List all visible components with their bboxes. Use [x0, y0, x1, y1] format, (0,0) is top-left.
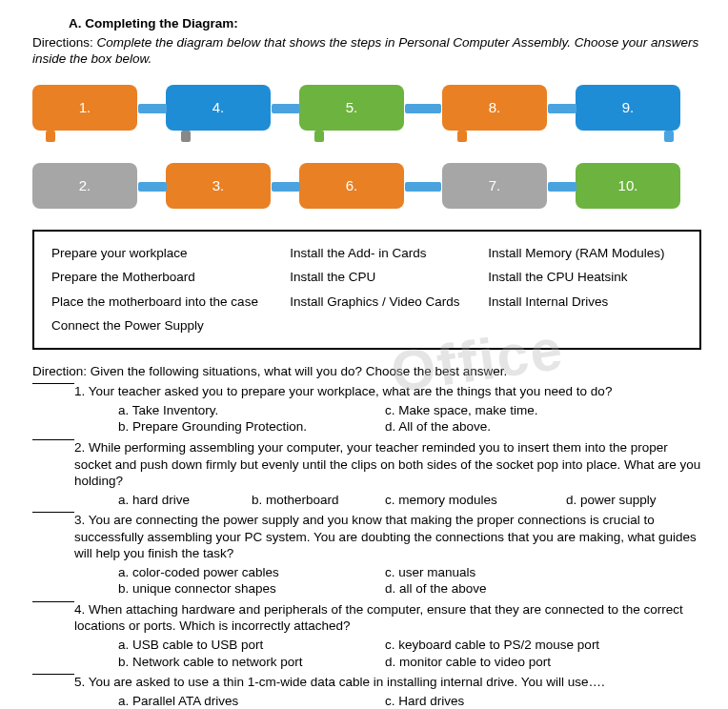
answer-cell: Install the CPU — [284, 265, 482, 290]
q4-text: When attaching hardware and peripherals … — [74, 602, 683, 634]
connector — [272, 182, 300, 192]
q2-num: 2. — [74, 440, 85, 455]
question-4: 4. When attaching hardware and periphera… — [32, 601, 701, 670]
question-2: 2. While performing assembling your comp… — [32, 439, 701, 508]
diagram-box-2: 2. — [32, 163, 137, 209]
answer-cell: Install Graphics / Video Cards — [284, 290, 482, 314]
diagram-box-7: 7. — [442, 163, 547, 209]
directions-body: Complete the diagram below that shows th… — [32, 35, 698, 67]
answer-cell: Place the motherboard into the case — [46, 290, 284, 314]
question-5: 5. You are asked to use a thin 1-cm-wide… — [32, 674, 701, 709]
connector — [457, 131, 467, 142]
answer-cell: Install Internal Drives — [482, 290, 688, 314]
q5-text: You are asked to use a thin 1-cm-wide da… — [89, 675, 605, 689]
q1-opt-d: d. All of the above. — [385, 418, 701, 436]
connector — [46, 131, 55, 142]
q3-text: You are connecting the power supply and … — [74, 513, 697, 560]
directions-body-b: Given the following situations, what wil… — [91, 364, 508, 378]
diagram-box-1: 1. — [32, 85, 137, 131]
q2-opt-a: a. hard drive — [118, 492, 252, 509]
answer-blank[interactable] — [32, 674, 74, 675]
q1-opt-b: b. Prepare Grounding Protection. — [118, 418, 385, 436]
q2-text: While performing assembling your compute… — [74, 440, 700, 488]
q1-opt-a: a. Take Inventory. — [118, 402, 385, 419]
connector — [272, 104, 300, 113]
connector — [548, 182, 576, 192]
answer-blank[interactable] — [32, 383, 74, 384]
answer-cell: Install the CPU Heatsink — [482, 265, 688, 290]
diagram-box-4: 4. — [166, 85, 271, 131]
q3-opt-c: c. user manuals — [385, 564, 701, 581]
answer-cell: Prepare the Motherboard — [46, 265, 284, 290]
directions-lead-b: Direction: — [32, 364, 91, 378]
connector — [314, 131, 324, 142]
connector — [548, 104, 576, 113]
diagram-box-3: 3. — [166, 163, 271, 209]
diagram-box-5: 5. — [299, 85, 404, 131]
connector — [181, 131, 191, 142]
connector — [138, 182, 167, 192]
q3-opt-b: b. unique connector shapes — [118, 580, 385, 598]
answer-blank[interactable] — [32, 601, 74, 602]
section-b-directions: Direction: Given the following situation… — [32, 363, 701, 380]
answer-cell: Install Memory (RAM Modules) — [482, 241, 688, 266]
q5-opt-c: c. Hard drives — [385, 693, 701, 709]
q2-opt-d: d. power supply — [566, 492, 701, 509]
q1-text: Your teacher asked you to prepare your w… — [89, 384, 613, 398]
answer-cell: Prepare your workplace — [46, 241, 284, 266]
connector — [405, 182, 441, 192]
answer-blank[interactable] — [32, 512, 74, 513]
q1-num: 1. — [74, 384, 85, 398]
q2-opt-c: c. memory modules — [385, 492, 566, 509]
answer-bank-table: Prepare your workplace Install the Add- … — [46, 241, 688, 338]
diagram-box-9: 9. — [576, 85, 680, 131]
q4-opt-c: c. keyboard cable to PS/2 mouse port — [385, 637, 701, 654]
q1-opt-c: c. Make space, make time. — [385, 402, 701, 419]
answer-cell: Connect the Power Supply — [46, 314, 284, 338]
section-a-title: A. Completing the Diagram: — [69, 15, 701, 32]
connector — [664, 131, 674, 142]
question-3: 3. You are connecting the power supply a… — [32, 512, 701, 598]
assembly-steps-diagram: 1. 4. 5. 8. 9. 2. 3. 6. 7. 10. — [32, 79, 701, 220]
answer-blank[interactable] — [32, 439, 74, 440]
diagram-box-8: 8. — [442, 85, 547, 131]
q5-num: 5. — [74, 675, 85, 689]
q4-opt-d: d. monitor cable to video port — [385, 654, 701, 671]
q3-opt-a: a. color-coded power cables — [118, 564, 385, 581]
q3-num: 3. — [74, 513, 85, 527]
question-1: 1. Your teacher asked you to prepare you… — [32, 383, 701, 436]
diagram-box-10: 10. — [576, 163, 680, 209]
answer-bank-box: Prepare your workplace Install the Add- … — [32, 230, 701, 350]
q4-opt-b: b. Network cable to network port — [118, 654, 385, 671]
directions-lead: Directions: — [32, 35, 97, 50]
connector — [138, 104, 167, 113]
q2-opt-b: b. motherboard — [252, 492, 385, 509]
q3-opt-d: d. all of the above — [385, 580, 701, 598]
section-a-directions: Directions: Complete the diagram below t… — [32, 34, 701, 68]
connector — [405, 104, 441, 113]
q4-num: 4. — [74, 602, 85, 617]
q5-opt-a: a. Parallel ATA drives — [118, 693, 385, 709]
q4-opt-a: a. USB cable to USB port — [118, 637, 385, 654]
answer-cell: Install the Add- in Cards — [284, 241, 482, 266]
diagram-box-6: 6. — [299, 163, 404, 209]
